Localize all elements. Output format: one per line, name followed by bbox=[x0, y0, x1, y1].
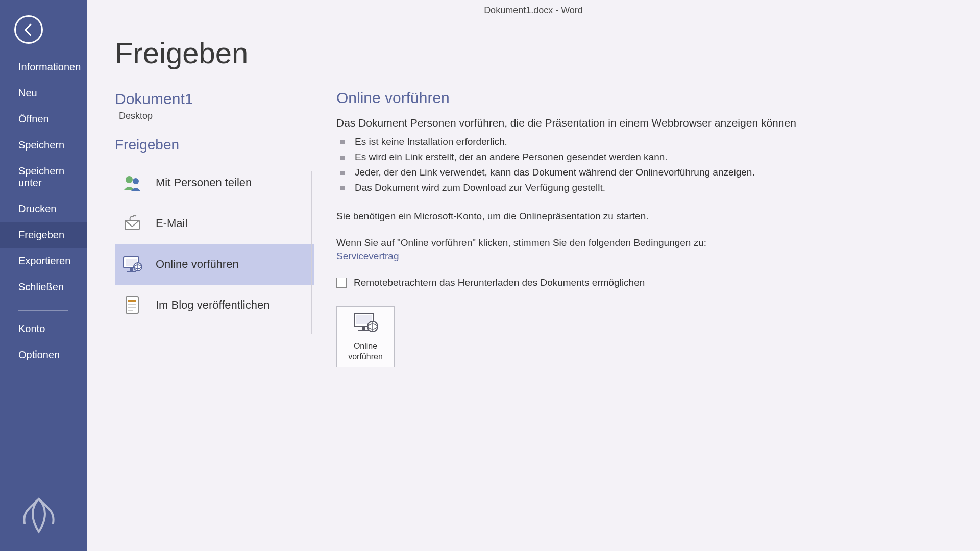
bullet-item: Es ist keine Installation erforderlich. bbox=[336, 134, 980, 149]
share-middle-panel: Freigeben Dokument1 Desktop Freigeben Mi… bbox=[87, 0, 311, 551]
document-location: Desktop bbox=[119, 111, 311, 121]
share-blog[interactable]: Im Blog veröffentlichen bbox=[115, 285, 314, 325]
back-button[interactable] bbox=[14, 15, 43, 44]
detail-lead: Das Dokument Personen vorführen, die die… bbox=[336, 117, 980, 129]
share-option-label: Im Blog veröffentlichen bbox=[156, 298, 270, 312]
nav-drucken[interactable]: Drucken bbox=[0, 196, 87, 222]
svg-point-1 bbox=[133, 178, 139, 184]
nav-separator bbox=[18, 310, 68, 311]
app-logo-icon bbox=[18, 495, 59, 536]
share-present-online[interactable]: Online vorführen bbox=[115, 244, 314, 285]
backstage-sidebar: Informationen Neu Öffnen Speichern Speic… bbox=[0, 0, 87, 551]
present-button-line2: vorführen bbox=[348, 352, 383, 362]
agree-text: Wenn Sie auf "Online vorführen" klicken,… bbox=[336, 237, 980, 248]
nav-exportieren[interactable]: Exportieren bbox=[0, 248, 87, 274]
svg-rect-6 bbox=[127, 271, 136, 272]
bullet-item: Es wird ein Link erstellt, der an andere… bbox=[336, 149, 980, 165]
share-option-label: Online vorführen bbox=[156, 258, 239, 271]
allow-download-label: Remotebetrachtern das Herunterladen des … bbox=[354, 277, 645, 288]
nav-oeffnen[interactable]: Öffnen bbox=[0, 106, 87, 132]
svg-rect-5 bbox=[130, 268, 133, 271]
svg-rect-16 bbox=[358, 330, 370, 331]
allow-download-checkbox[interactable] bbox=[336, 278, 347, 288]
allow-download-row[interactable]: Remotebetrachtern das Herunterladen des … bbox=[336, 277, 980, 288]
service-agreement-link[interactable]: Servicevertrag bbox=[336, 251, 399, 261]
svg-point-0 bbox=[126, 176, 133, 183]
blog-icon bbox=[120, 293, 144, 317]
share-subheading: Freigeben bbox=[115, 137, 311, 153]
bullet-item: Jeder, der den Link verwendet, kann das … bbox=[336, 165, 980, 180]
svg-rect-15 bbox=[362, 327, 365, 330]
share-option-label: E-Mail bbox=[156, 217, 187, 230]
nav-schliessen[interactable]: Schließen bbox=[0, 274, 87, 300]
nav-konto[interactable]: Konto bbox=[0, 316, 87, 342]
people-icon bbox=[120, 170, 144, 195]
present-online-icon bbox=[120, 252, 144, 277]
nav-speichern[interactable]: Speichern bbox=[0, 132, 87, 158]
nav-neu[interactable]: Neu bbox=[0, 80, 87, 106]
share-detail-panel: Online vorführen Das Dokument Personen v… bbox=[312, 0, 980, 551]
nav-speichern-unter[interactable]: Speichern unter bbox=[0, 158, 87, 196]
bullet-item: Das Dokument wird zum Download zur Verfü… bbox=[336, 180, 980, 195]
detail-title: Online vorführen bbox=[336, 89, 980, 107]
nav-freigeben[interactable]: Freigeben bbox=[0, 222, 87, 248]
nav-informationen[interactable]: Informationen bbox=[0, 54, 87, 80]
present-button-line1: Online bbox=[354, 341, 377, 352]
share-invite-people[interactable]: Mit Personen teilen bbox=[115, 162, 314, 203]
need-account-text: Sie benötigen ein Microsoft-Konto, um di… bbox=[336, 211, 980, 222]
share-email[interactable]: E-Mail bbox=[115, 203, 314, 244]
window-title: Dokument1.docx - Word bbox=[87, 0, 980, 20]
share-option-list: Mit Personen teilen E-Mail bbox=[115, 162, 314, 325]
email-icon bbox=[120, 211, 144, 236]
present-online-button-icon bbox=[352, 312, 379, 337]
present-online-button[interactable]: Online vorführen bbox=[336, 306, 395, 367]
nav-optionen[interactable]: Optionen bbox=[0, 342, 87, 368]
share-option-label: Mit Personen teilen bbox=[156, 176, 252, 189]
detail-bullets: Es ist keine Installation erforderlich. … bbox=[336, 134, 980, 195]
svg-rect-8 bbox=[126, 297, 138, 313]
document-name: Dokument1 bbox=[115, 90, 311, 108]
page-title: Freigeben bbox=[115, 36, 311, 70]
back-arrow-icon bbox=[24, 23, 36, 36]
